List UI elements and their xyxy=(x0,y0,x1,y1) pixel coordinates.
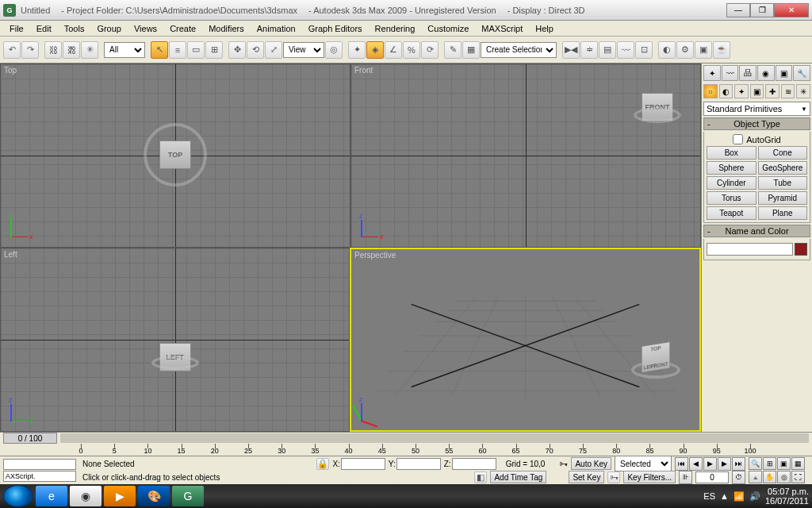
named-sel-sets-button[interactable]: ▦ xyxy=(462,41,480,59)
select-scale-button[interactable]: ⤢ xyxy=(265,41,282,59)
next-frame-button[interactable]: ▶ xyxy=(718,457,731,471)
close-button[interactable]: ✕ xyxy=(774,3,809,17)
pan-button[interactable]: ✋ xyxy=(763,471,776,483)
obj-box-button[interactable]: Box xyxy=(707,146,756,160)
menu-create[interactable]: Create xyxy=(163,22,202,35)
bind-spacewarp-button[interactable]: ✳ xyxy=(81,41,98,59)
maxscript-mini[interactable] xyxy=(3,459,76,470)
tray-clock[interactable]: 05:07 p.m.16/07/2011 xyxy=(765,487,809,506)
viewcube-top[interactable]: TOP xyxy=(140,119,211,190)
cmd-tab-display[interactable]: ▣ xyxy=(776,65,793,81)
edit-named-sel-button[interactable]: ✎ xyxy=(444,41,462,59)
align-button[interactable]: ≑ xyxy=(580,41,598,59)
start-button[interactable] xyxy=(3,485,33,507)
viewcube-persp[interactable]: TOP LEFT FRONT xyxy=(620,321,691,393)
obj-cylinder-button[interactable]: Cylinder xyxy=(707,176,756,190)
name-color-rollout[interactable]: -Name and Color xyxy=(703,225,810,237)
obj-geosphere-button[interactable]: GeoSphere xyxy=(758,161,808,175)
ref-coord-select[interactable]: View xyxy=(283,42,324,58)
curve-editor-button[interactable]: 〰 xyxy=(617,41,634,59)
cmd-tab-hierarchy[interactable]: 品 xyxy=(739,65,756,81)
select-by-name-button[interactable]: ≡ xyxy=(169,41,186,59)
mirror-button[interactable]: ▶◀ xyxy=(562,41,580,59)
undo-button[interactable]: ↶ xyxy=(3,41,21,59)
autogrid-checkbox[interactable] xyxy=(733,134,743,144)
object-name-input[interactable] xyxy=(707,243,793,256)
obj-sphere-button[interactable]: Sphere xyxy=(707,161,756,175)
redo-button[interactable]: ↷ xyxy=(21,41,39,59)
y-coord-input[interactable] xyxy=(396,458,441,470)
object-color-swatch[interactable] xyxy=(795,243,807,256)
obj-cone-button[interactable]: Cone xyxy=(758,146,808,160)
menu-animation[interactable]: Animation xyxy=(251,22,302,35)
time-slider[interactable] xyxy=(60,433,809,443)
pivot-center-button[interactable]: ◎ xyxy=(325,41,343,59)
cat-systems-button[interactable]: ✳ xyxy=(796,84,810,98)
select-region-button[interactable]: ▭ xyxy=(187,41,205,59)
schematic-view-button[interactable]: ⊡ xyxy=(635,41,653,59)
menu-grapheditors[interactable]: Graph Editors xyxy=(302,22,369,35)
prev-frame-button[interactable]: ◀ xyxy=(689,457,703,471)
render-setup-button[interactable]: ⚙ xyxy=(676,41,694,59)
link-button[interactable]: ⛓ xyxy=(44,41,62,59)
menu-edit[interactable]: Edit xyxy=(30,22,58,35)
keymode-select[interactable]: Selected xyxy=(615,456,672,471)
snap-toggle-button[interactable]: ◈ xyxy=(366,41,384,59)
subcategory-select[interactable]: Standard Primitives▼ xyxy=(703,102,810,116)
obj-torus-button[interactable]: Torus xyxy=(707,191,756,205)
menu-rendering[interactable]: Rendering xyxy=(369,22,422,35)
sel-lock-button[interactable]: 🔒 xyxy=(316,458,329,470)
rendered-frame-button[interactable]: ▣ xyxy=(695,41,712,59)
material-editor-button[interactable]: ◐ xyxy=(658,41,676,59)
zoom-button[interactable]: 🔍 xyxy=(749,457,762,470)
add-timetag-button[interactable]: Add Time Tag xyxy=(490,471,546,483)
cmd-tab-utilities[interactable]: 🔧 xyxy=(793,65,810,81)
menu-group[interactable]: Group xyxy=(90,22,128,35)
play-button[interactable]: ▶ xyxy=(703,457,717,471)
zoom-extents-button[interactable]: ▣ xyxy=(777,457,791,470)
unlink-button[interactable]: ⛓̸ xyxy=(63,41,80,59)
window-crossing-button[interactable]: ⊞ xyxy=(205,41,223,59)
fov-button[interactable]: ⟁ xyxy=(749,471,762,483)
obj-tube-button[interactable]: Tube xyxy=(758,176,808,190)
viewcube-left[interactable]: LEFT xyxy=(144,325,207,389)
cmd-tab-motion[interactable]: ◉ xyxy=(757,65,775,81)
task-wmp[interactable]: ▶ xyxy=(104,486,136,506)
viewport-top[interactable]: Top TOP xy xyxy=(0,64,350,248)
maximize-vp-button[interactable]: ⛶ xyxy=(791,471,805,483)
selection-filter-select[interactable]: All xyxy=(104,42,145,58)
frame-indicator[interactable]: 0 / 100 xyxy=(3,433,57,444)
menu-maxscript[interactable]: MAXScript xyxy=(475,22,529,35)
viewcube-front[interactable]: FRONT xyxy=(626,75,689,139)
z-coord-input[interactable] xyxy=(452,458,496,470)
cat-spacewarps-button[interactable]: ≋ xyxy=(781,84,795,98)
cat-lights-button[interactable]: ✦ xyxy=(734,84,749,98)
system-tray[interactable]: ES ▲ 📶 🔊 05:07 p.m.16/07/2011 xyxy=(703,487,809,506)
named-sel-select[interactable]: Create Selection Set xyxy=(481,42,557,58)
time-config-button[interactable]: ⏱ xyxy=(732,471,745,484)
cat-shapes-button[interactable]: ◐ xyxy=(719,84,733,98)
object-type-rollout[interactable]: -Object Type xyxy=(703,117,810,130)
cmd-tab-modify[interactable]: 〰 xyxy=(722,65,739,81)
zoom-all-button[interactable]: ⊞ xyxy=(763,457,776,470)
task-ie[interactable]: e xyxy=(36,486,67,506)
timetag-toggle[interactable]: ◧ xyxy=(474,471,487,483)
viewport-left[interactable]: Left LEFT yz xyxy=(0,248,350,432)
x-coord-input[interactable] xyxy=(341,458,385,470)
keystep-toggle[interactable]: ⊪ xyxy=(679,471,692,484)
menu-customize[interactable]: Customize xyxy=(421,22,475,35)
maximize-button[interactable]: ❐ xyxy=(750,3,774,17)
select-object-button[interactable]: ↖ xyxy=(151,41,168,59)
orbit-button[interactable]: ◎ xyxy=(777,471,791,483)
menu-views[interactable]: Views xyxy=(128,22,163,35)
menu-help[interactable]: Help xyxy=(529,22,560,35)
task-3dsmax[interactable]: G xyxy=(172,486,204,506)
tray-lang[interactable]: ES xyxy=(703,491,715,501)
cat-geometry-button[interactable]: ○ xyxy=(703,84,718,98)
cmd-tab-create[interactable]: ✦ xyxy=(703,65,721,81)
viewport-perspective[interactable]: Perspective xyxy=(350,248,701,432)
select-move-button[interactable]: ✥ xyxy=(228,41,246,59)
cat-cameras-button[interactable]: ▣ xyxy=(750,84,764,98)
layers-button[interactable]: ▤ xyxy=(599,41,616,59)
autokey-button[interactable]: Auto Key xyxy=(571,457,611,470)
